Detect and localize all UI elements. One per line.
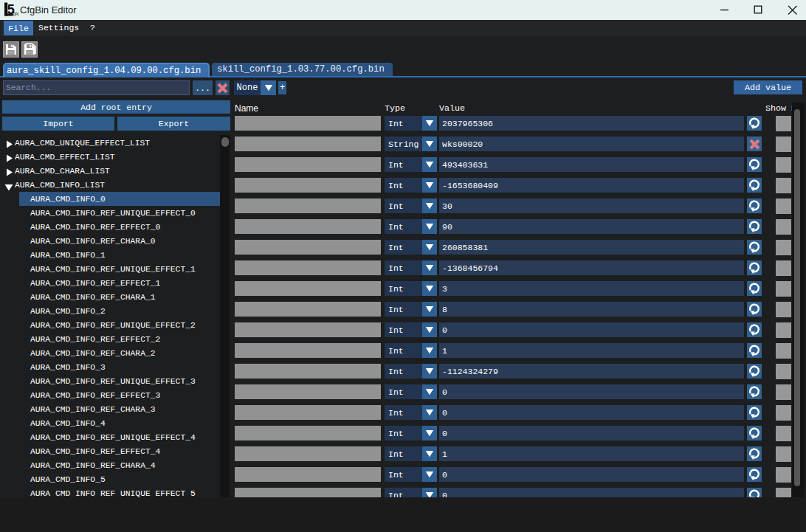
svg-text:CFG: CFG bbox=[13, 13, 18, 16]
